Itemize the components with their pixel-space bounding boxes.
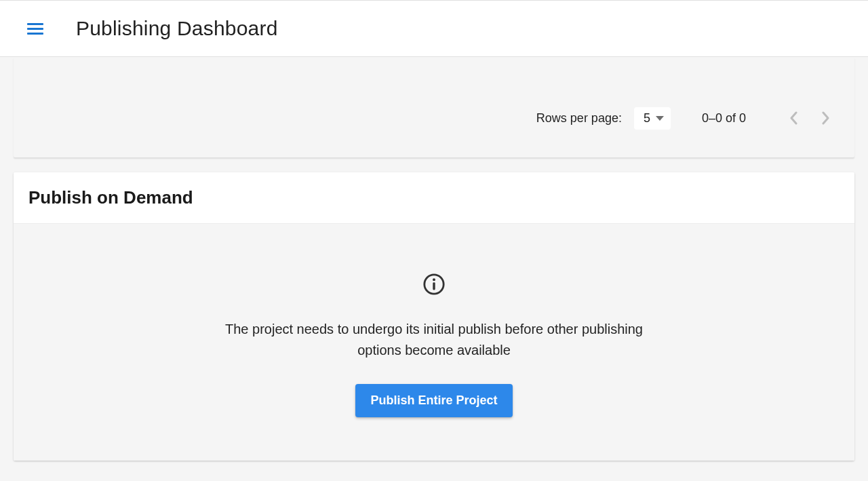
- card-header: Publish on Demand: [14, 172, 854, 224]
- next-page-button[interactable]: [814, 106, 838, 130]
- main-content: Rows per page: 5 0–0 of 0 Publish on Dem…: [0, 57, 868, 461]
- rows-per-page-label: Rows per page:: [536, 111, 622, 126]
- pagination-range: 0–0 of 0: [702, 111, 746, 126]
- page-title: Publishing Dashboard: [76, 17, 278, 40]
- card-body: The project needs to undergo its initial…: [14, 224, 854, 461]
- table-card: Rows per page: 5 0–0 of 0: [14, 57, 854, 157]
- app-header: Publishing Dashboard: [0, 0, 868, 57]
- publish-entire-project-button[interactable]: Publish Entire Project: [355, 384, 512, 417]
- info-message: The project needs to undergo its initial…: [210, 319, 658, 361]
- svg-point-1: [433, 278, 435, 281]
- hamburger-menu-icon[interactable]: [27, 19, 46, 38]
- info-icon: [422, 273, 446, 296]
- card-title: Publish on Demand: [28, 187, 838, 208]
- previous-page-button[interactable]: [781, 106, 806, 130]
- chevron-left-icon: [789, 111, 797, 125]
- publish-on-demand-card: Publish on Demand The project needs to u…: [14, 172, 854, 461]
- chevron-down-icon: [656, 116, 664, 121]
- rows-per-page-value: 5: [644, 111, 650, 126]
- rows-per-page-select[interactable]: 5: [634, 107, 671, 130]
- svg-rect-2: [433, 282, 435, 290]
- pagination-bar: Rows per page: 5 0–0 of 0: [536, 106, 838, 130]
- chevron-right-icon: [822, 111, 830, 125]
